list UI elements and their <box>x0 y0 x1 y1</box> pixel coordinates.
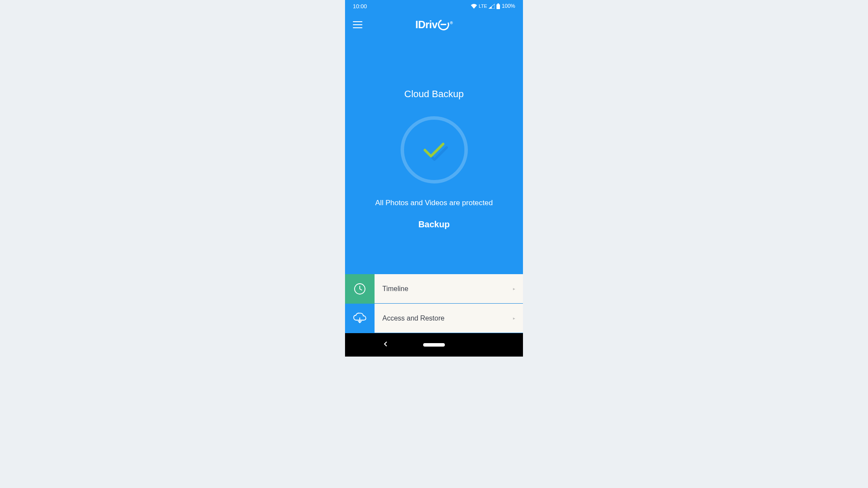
battery-icon <box>496 3 500 9</box>
logo-trademark: ® <box>450 21 453 25</box>
home-pill[interactable] <box>423 343 445 347</box>
app-header: IDriv ® <box>345 12 523 37</box>
battery-label: 100% <box>502 3 515 9</box>
wifi-icon <box>471 4 477 9</box>
android-nav-bar <box>345 333 523 357</box>
cloud-download-icon <box>345 304 375 333</box>
backup-status-circle <box>401 116 468 183</box>
clock-icon <box>345 274 375 304</box>
timeline-item[interactable]: Timeline ▸ <box>345 274 523 304</box>
access-restore-item[interactable]: Access and Restore ▸ <box>345 304 523 333</box>
status-indicators: LTE 100% <box>471 3 515 9</box>
checkmark-icon <box>423 141 445 159</box>
chevron-icon: ▸ <box>513 286 515 291</box>
logo-text: IDriv <box>415 19 437 31</box>
menu-list: Timeline ▸ Access and Restore ▸ <box>345 274 523 333</box>
access-restore-body: Access and Restore ▸ <box>375 304 523 333</box>
status-bar: 10:00 LTE 100% <box>345 0 523 12</box>
status-text: All Photos and Videos are protected <box>375 199 493 207</box>
main-content: Cloud Backup All Photos and Videos are p… <box>345 37 523 229</box>
signal-icon <box>489 4 495 9</box>
back-button[interactable] <box>383 341 388 349</box>
page-title: Cloud Backup <box>404 88 464 100</box>
logo-e-icon <box>436 17 450 32</box>
backup-button[interactable]: Backup <box>418 219 450 229</box>
chevron-icon: ▸ <box>513 316 515 321</box>
svg-rect-1 <box>496 4 500 9</box>
access-restore-label: Access and Restore <box>382 314 444 322</box>
app-logo: IDriv ® <box>415 19 453 31</box>
svg-rect-0 <box>497 3 499 4</box>
phone-screen: 10:00 LTE 100% IDriv ® Cloud Backup <box>345 0 523 357</box>
timeline-label: Timeline <box>382 285 408 293</box>
menu-icon[interactable] <box>353 21 362 28</box>
timeline-body: Timeline ▸ <box>375 274 523 303</box>
network-label: LTE <box>479 3 487 9</box>
status-time: 10:00 <box>353 3 367 10</box>
